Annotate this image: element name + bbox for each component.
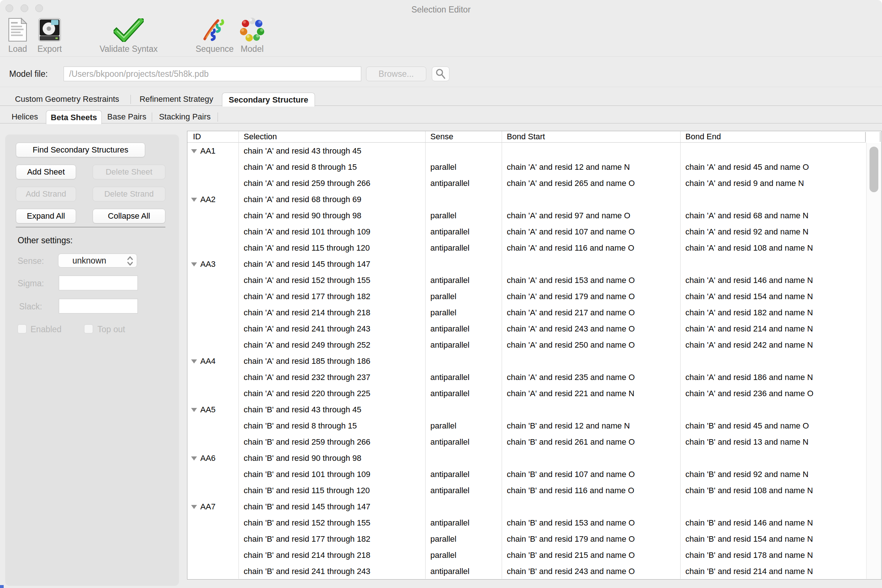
table-row[interactable]: AA7chain 'B' and resid 145 through 147	[188, 499, 866, 515]
cell-bond-start: chain 'A' and resid 107 and name O	[502, 227, 680, 237]
disclosure-triangle-icon[interactable]	[191, 408, 197, 412]
validate-syntax-button[interactable]: Validate Syntax	[81, 16, 176, 54]
column-header-selection[interactable]: Selection	[238, 132, 425, 141]
minimize-window-button[interactable]	[21, 4, 28, 12]
model-button[interactable]: Model	[204, 16, 300, 54]
cell-selection: chain 'A' and resid 249 through 252	[238, 340, 425, 350]
subtab-helices[interactable]: Helices	[4, 110, 46, 123]
enabled-checkbox[interactable]	[17, 324, 27, 334]
table-row[interactable]: chain 'B' and resid 214 through 218paral…	[188, 547, 866, 563]
cell-selection: chain 'A' and resid 177 through 182	[238, 292, 425, 302]
table-row[interactable]: AA2chain 'A' and resid 68 through 69	[188, 192, 866, 208]
column-divider[interactable]	[680, 131, 681, 579]
collapse-all-button[interactable]: Collapse All	[93, 209, 165, 224]
disclosure-triangle-icon[interactable]	[191, 456, 197, 460]
cell-sense: parallel	[425, 308, 502, 318]
enabled-checkbox-label: Enabled	[30, 324, 62, 334]
table-row[interactable]: AA1chain 'A' and resid 43 through 45	[188, 143, 866, 159]
top-out-checkbox[interactable]	[84, 324, 93, 334]
tab-secondary-structure[interactable]: Secondary Structure	[222, 93, 315, 106]
table-header[interactable]: ID Selection Sense Bond Start Bond End	[188, 131, 866, 142]
cell-selection: chain 'B' and resid 101 through 109	[238, 470, 425, 479]
table-row[interactable]: AA5chain 'B' and resid 43 through 45	[188, 402, 866, 418]
table-row[interactable]: chain 'A' and resid 220 through 225antip…	[188, 386, 866, 402]
sigma-label: Sigma:	[18, 279, 44, 288]
model-file-label: Model file:	[9, 69, 48, 79]
subtab-separator	[218, 112, 218, 122]
subtab-beta-sheets[interactable]: Beta Sheets	[46, 110, 102, 124]
table-row[interactable]: chain 'A' and resid 241 through 243antip…	[188, 321, 866, 337]
cell-selection: chain 'A' and resid 241 through 243	[238, 324, 425, 334]
sense-value: unknown	[72, 256, 106, 266]
column-header-sense[interactable]: Sense	[425, 132, 502, 141]
expand-all-button[interactable]: Expand All	[16, 209, 76, 224]
sigma-field[interactable]	[59, 276, 138, 290]
table-row[interactable]: AA6chain 'B' and resid 90 through 98	[188, 450, 866, 466]
find-secondary-structures-button[interactable]: Find Secondary Structures	[16, 142, 145, 157]
table-row[interactable]: chain 'B' and resid 152 through 155antip…	[188, 515, 866, 531]
column-header-bond-end[interactable]: Bond End	[680, 132, 866, 141]
disclosure-triangle-icon[interactable]	[191, 149, 197, 153]
cell-sense: parallel	[425, 162, 502, 172]
table-row[interactable]: chain 'B' and resid 259 through 266antip…	[188, 434, 866, 450]
add-sheet-button[interactable]: Add Sheet	[16, 165, 76, 179]
disclosure-triangle-icon[interactable]	[191, 359, 197, 363]
disclosure-triangle-icon[interactable]	[191, 262, 197, 266]
subtab-baseline	[0, 123, 882, 123]
sheet-id: AA5	[200, 405, 216, 414]
table-row[interactable]: chain 'A' and resid 152 through 155antip…	[188, 272, 866, 288]
zoom-window-button[interactable]	[35, 4, 43, 12]
tab-refinement-strategy[interactable]: Refinement Strategy	[131, 93, 222, 105]
close-window-button[interactable]	[6, 4, 13, 12]
subtab-base-pairs[interactable]: Base Pairs	[102, 110, 152, 123]
column-divider[interactable]	[425, 131, 426, 579]
table-row[interactable]: AA4chain 'A' and resid 185 through 186	[188, 353, 866, 369]
column-divider[interactable]	[502, 131, 502, 579]
table-row[interactable]: chain 'A' and resid 214 through 218paral…	[188, 304, 866, 321]
table-row[interactable]: chain 'B' and resid 115 through 120antip…	[188, 483, 866, 499]
table-row[interactable]: chain 'B' and resid 8 through 15parallel…	[188, 418, 866, 434]
cell-id: AA4	[188, 357, 238, 366]
vertical-scrollbar[interactable]	[866, 143, 881, 579]
browse-button[interactable]: Browse...	[366, 66, 426, 81]
table-row[interactable]: chain 'A' and resid 232 through 237antip…	[188, 369, 866, 386]
tab-custom-geometry-restraints[interactable]: Custom Geometry Restraints	[4, 93, 130, 105]
cell-selection: chain 'B' and resid 177 through 182	[238, 534, 425, 544]
table-row[interactable]: chain 'B' and resid 101 through 109antip…	[188, 466, 866, 483]
button-label: Delete Strand	[104, 189, 154, 199]
sense-dropdown[interactable]: unknown	[58, 254, 137, 267]
column-header-bond-start[interactable]: Bond Start	[502, 132, 680, 141]
column-header-id[interactable]: ID	[188, 132, 238, 141]
cell-bond-start: chain 'A' and resid 221 and name N	[502, 389, 680, 398]
table-row[interactable]: chain 'A' and resid 115 through 120antip…	[188, 240, 866, 256]
cell-bond-start: chain 'B' and resid 261 and name O	[502, 437, 680, 447]
table-row[interactable]: chain 'A' and resid 90 through 98paralle…	[188, 208, 866, 224]
cell-bond-end: chain 'A' and resid 92 and name N	[680, 227, 866, 237]
table-row[interactable]: chain 'A' and resid 177 through 182paral…	[188, 288, 866, 304]
cell-sense: antiparallel	[425, 324, 502, 334]
table-row[interactable]: chain 'B' and resid 241 through 243antip…	[188, 563, 866, 579]
cell-selection: chain 'A' and resid 8 through 15	[238, 162, 425, 172]
button-label: Add Sheet	[27, 167, 65, 177]
cell-bond-end: chain 'A' and resid 146 and name N	[680, 276, 866, 285]
cell-sense: antiparallel	[425, 243, 502, 253]
table-row[interactable]: chain 'A' and resid 249 through 252antip…	[188, 337, 866, 353]
table-row[interactable]: chain 'A' and resid 8 through 15parallel…	[188, 159, 866, 175]
table-row[interactable]: chain 'A' and resid 259 through 266antip…	[188, 175, 866, 192]
table-row[interactable]: AA3chain 'A' and resid 145 through 147	[188, 256, 866, 272]
sheet-id: AA3	[200, 260, 216, 269]
search-file-button[interactable]	[432, 66, 450, 81]
cell-bond-end: chain 'B' and resid 13 and name N	[680, 437, 866, 447]
top-out-checkbox-label: Top out	[98, 324, 125, 334]
disclosure-triangle-icon[interactable]	[191, 505, 197, 509]
cell-sense: parallel	[425, 421, 502, 431]
cell-sense: antiparallel	[425, 373, 502, 382]
column-divider[interactable]	[238, 131, 239, 579]
table-row[interactable]: chain 'B' and resid 177 through 182paral…	[188, 531, 866, 547]
disclosure-triangle-icon[interactable]	[191, 198, 197, 202]
slack-field[interactable]	[59, 299, 138, 314]
model-file-input[interactable]: /Users/bkpoon/projects/test/5h8k.pdb	[64, 66, 361, 81]
table-row[interactable]: chain 'A' and resid 101 through 109antip…	[188, 224, 866, 240]
scrollbar-thumb[interactable]	[870, 147, 878, 192]
subtab-stacking-pairs[interactable]: Stacking Pairs	[152, 110, 218, 123]
